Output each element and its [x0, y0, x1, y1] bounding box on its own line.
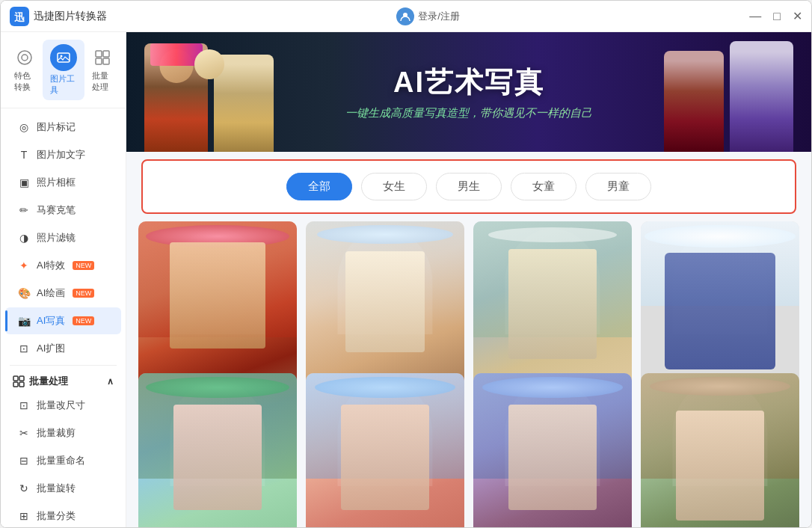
- batch-rename-icon: ⊟: [17, 455, 31, 467]
- batch-resize-icon: ⊡: [17, 399, 31, 411]
- ai-effect-badge: NEW: [73, 261, 94, 270]
- frame-icon: ▣: [17, 176, 31, 188]
- batch-classify-label: 批量分类: [37, 509, 76, 523]
- batch-rotate-icon: ↻: [17, 482, 31, 494]
- sidebar-item-batch-resize[interactable]: ⊡ 批量改尺寸: [5, 392, 121, 419]
- frame-label: 照片相框: [37, 176, 76, 189]
- toolbar-image[interactable]: 图片工具: [43, 40, 84, 100]
- sidebar-item-frame[interactable]: ▣ 照片相框: [5, 169, 121, 196]
- login-button[interactable]: 登录/注册: [396, 7, 460, 25]
- special-icon: [14, 47, 35, 68]
- mosaic-icon: ✏: [17, 204, 31, 216]
- sidebar-item-text[interactable]: T 图片加文字: [5, 141, 121, 168]
- svg-rect-14: [19, 382, 24, 387]
- batch-crop-icon: ✂: [17, 427, 31, 439]
- toolbar-batch-label: 批量处理: [92, 70, 113, 93]
- app-title: 迅捷图片转换器: [34, 10, 107, 23]
- banner-content: AI艺术写真 一键生成高质量写真造型，带你遇见不一样的自己: [126, 32, 811, 152]
- sidebar: 特色转换 图片工具: [1, 32, 126, 527]
- window-controls: — □ ✕: [749, 10, 802, 22]
- ai-photo-label: AI写真: [37, 314, 65, 328]
- user-avatar-icon: [396, 7, 414, 25]
- sidebar-item-watermark[interactable]: ◎ 图片标记: [5, 114, 121, 141]
- toolbar-image-label: 图片工具: [50, 73, 77, 96]
- batch-title: 批量处理: [29, 375, 68, 388]
- main-content: 特色转换 图片工具: [1, 32, 811, 527]
- close-button[interactable]: ✕: [793, 10, 802, 22]
- banner: AI艺术写真 一键生成高质量写真造型，带你遇见不一样的自己: [126, 32, 811, 152]
- filter-tab-all[interactable]: 全部: [286, 173, 352, 200]
- ai-effect-label: AI特效: [37, 259, 65, 272]
- svg-text:迅: 迅: [14, 11, 25, 23]
- ai-expand-icon: ⊡: [17, 343, 31, 354]
- login-label: 登录/注册: [418, 10, 460, 23]
- grid-item-7[interactable]: [473, 373, 632, 528]
- filter-area: 全部 女生 男生 女童 男童: [141, 159, 796, 214]
- batch-crop-label: 批量裁剪: [37, 426, 76, 440]
- ai-paint-label: AI绘画: [37, 286, 65, 300]
- batch-rotate-label: 批量旋转: [37, 482, 76, 495]
- svg-point-4: [22, 55, 28, 61]
- filter-tab-boy-child[interactable]: 男童: [585, 173, 651, 200]
- right-panel: AI艺术写真 一键生成高质量写真造型，带你遇见不一样的自己 全部 女生 男生: [126, 32, 811, 527]
- grid-item-5[interactable]: [138, 373, 297, 528]
- batch-section-title[interactable]: 批量处理 ∧: [1, 369, 126, 391]
- svg-point-3: [18, 51, 31, 64]
- svg-rect-12: [19, 376, 24, 381]
- titlebar-left: 迅 迅捷图片转换器: [10, 7, 107, 26]
- batch-rename-label: 批量重命名: [37, 454, 85, 467]
- batch-icon: [92, 47, 113, 68]
- text-label: 图片加文字: [37, 148, 85, 162]
- titlebar-user[interactable]: 登录/注册: [396, 7, 460, 25]
- sidebar-menu: ◎ 图片标记 T 图片加文字 ▣ 照片相框 ✏ 马赛克笔 ◑ 照片滤镜: [1, 108, 126, 527]
- menu-divider: [10, 365, 117, 366]
- app-window: 迅 迅捷图片转换器 登录/注册 — □ ✕: [0, 0, 812, 528]
- banner-title: AI艺术写真: [393, 64, 544, 102]
- toolbar-special-label: 特色转换: [14, 70, 35, 93]
- sidebar-item-mosaic[interactable]: ✏ 马赛克笔: [5, 197, 121, 224]
- ai-paint-icon: 🎨: [17, 287, 31, 299]
- sidebar-item-ai-expand[interactable]: ⊡ AI扩图: [5, 335, 121, 362]
- svg-point-6: [61, 55, 63, 58]
- filter-tab-girl[interactable]: 女生: [361, 173, 427, 200]
- sidebar-item-filter[interactable]: ◑ 照片滤镜: [5, 224, 121, 251]
- batch-classify-icon: ⊞: [17, 510, 31, 522]
- svg-rect-5: [58, 53, 70, 62]
- image-tool-icon: [50, 44, 77, 71]
- banner-subtitle: 一键生成高质量写真造型，带你遇见不一样的自己: [345, 106, 592, 120]
- grid-item-8[interactable]: [641, 373, 799, 528]
- filter-tab-girl-child[interactable]: 女童: [511, 173, 576, 200]
- text-icon: T: [17, 149, 31, 161]
- grid-item-6[interactable]: [306, 373, 464, 528]
- sidebar-item-batch-crop[interactable]: ✂ 批量裁剪: [5, 420, 121, 446]
- ai-paint-badge: NEW: [73, 289, 94, 298]
- sidebar-item-ai-paint[interactable]: 🎨 AI绘画 NEW: [5, 280, 121, 307]
- sidebar-item-ai-photo[interactable]: 📷 AI写真 NEW: [5, 307, 121, 334]
- svg-rect-9: [96, 58, 102, 64]
- sidebar-toolbar: 特色转换 图片工具: [1, 32, 126, 108]
- filter-tab-boy[interactable]: 男生: [436, 173, 502, 200]
- maximize-button[interactable]: □: [773, 10, 781, 22]
- app-logo: 迅: [10, 7, 29, 26]
- toolbar-batch[interactable]: 批量处理: [84, 43, 120, 97]
- ai-expand-label: AI扩图: [37, 342, 65, 355]
- sidebar-item-batch-classify[interactable]: ⊞ 批量分类: [5, 503, 121, 527]
- toolbar-special[interactable]: 特色转换: [7, 43, 43, 97]
- mosaic-label: 马赛克笔: [37, 203, 76, 217]
- filter-label: 照片滤镜: [37, 231, 76, 245]
- ai-effect-icon: ✦: [17, 260, 31, 271]
- minimize-button[interactable]: —: [749, 10, 761, 22]
- batch-collapse-icon: ∧: [107, 376, 114, 387]
- svg-rect-13: [13, 382, 18, 387]
- sidebar-item-batch-rename[interactable]: ⊟ 批量重命名: [5, 447, 121, 474]
- sidebar-item-batch-rotate[interactable]: ↻ 批量旋转: [5, 475, 121, 502]
- sidebar-item-ai-effect[interactable]: ✦ AI特效 NEW: [5, 252, 121, 279]
- image-grid: 古韵簪花 优雅簪花 公子簪花 冰雪: [126, 221, 811, 527]
- titlebar: 迅 迅捷图片转换器 登录/注册 — □ ✕: [1, 1, 811, 32]
- ai-photo-icon: 📷: [17, 315, 31, 327]
- svg-rect-10: [103, 58, 109, 64]
- watermark-icon: ◎: [17, 121, 31, 133]
- svg-rect-11: [13, 376, 18, 381]
- svg-rect-7: [96, 51, 102, 57]
- batch-resize-label: 批量改尺寸: [37, 399, 85, 412]
